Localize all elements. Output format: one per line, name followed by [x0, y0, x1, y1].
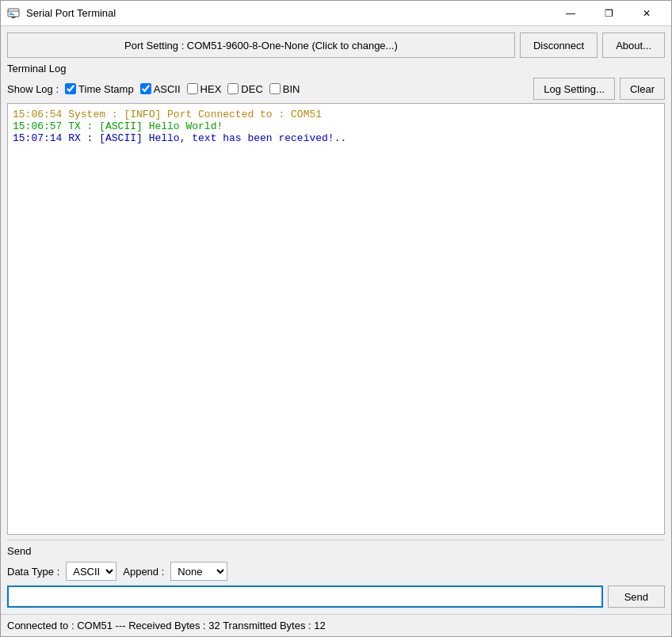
port-settings-row: Port Setting : COM51-9600-8-One-None (Cl…: [7, 32, 665, 58]
ascii-checkbox[interactable]: [140, 83, 151, 94]
status-text: Connected to : COM51 --- Received Bytes …: [7, 620, 326, 631]
main-content: Port Setting : COM51-9600-8-One-None (Cl…: [1, 26, 671, 614]
send-field-row: Send: [7, 586, 665, 608]
svg-rect-4: [12, 17, 15, 18]
disconnect-button[interactable]: Disconnect: [520, 32, 598, 58]
bin-label: BIN: [283, 83, 300, 95]
send-button[interactable]: Send: [608, 586, 665, 608]
terminal-section-label: Terminal Log: [7, 63, 665, 74]
log-controls-right: Log Setting... Clear: [533, 78, 665, 100]
svg-rect-3: [10, 14, 14, 15]
hex-checkbox-label[interactable]: HEX: [187, 83, 222, 95]
maximize-button[interactable]: ❐: [590, 2, 627, 25]
log-controls-row: Show Log : Time Stamp ASCII HEX: [7, 78, 665, 100]
data-type-select[interactable]: ASCII HEX DEC BIN: [66, 562, 116, 581]
hex-checkbox[interactable]: [187, 83, 198, 94]
bin-checkbox-label[interactable]: BIN: [269, 83, 300, 95]
svg-rect-2: [10, 13, 13, 13]
send-input[interactable]: [7, 586, 603, 608]
log-display: 15:06:54 System : [INFO] Port Connected …: [7, 103, 665, 535]
ascii-label: ASCII: [154, 83, 181, 95]
timestamp-checkbox-label[interactable]: Time Stamp: [65, 83, 134, 95]
send-section: Send Data Type : ASCII HEX DEC BIN Appen…: [7, 540, 665, 608]
port-setting-button[interactable]: Port Setting : COM51-9600-8-One-None (Cl…: [7, 32, 515, 58]
show-log-label: Show Log :: [7, 83, 59, 95]
svg-rect-5: [11, 17, 16, 17]
log-line: 15:07:14 RX : [ASCII] Hello, text has be…: [13, 132, 659, 144]
data-type-label: Data Type :: [7, 566, 59, 578]
minimize-button[interactable]: —: [552, 2, 589, 25]
title-controls: — ❐ ✕: [552, 2, 665, 25]
log-controls-left: Show Log : Time Stamp ASCII HEX: [7, 83, 530, 95]
bin-checkbox[interactable]: [269, 83, 281, 94]
timestamp-label: Time Stamp: [78, 83, 134, 95]
app-icon: [7, 7, 20, 20]
timestamp-checkbox[interactable]: [65, 83, 76, 94]
main-window: Serial Port Terminal — ❐ ✕ Port Setting …: [0, 0, 672, 637]
dec-checkbox-label[interactable]: DEC: [227, 83, 262, 95]
terminal-section: Terminal Log Show Log : Time Stamp ASCII: [7, 63, 665, 535]
close-button[interactable]: ✕: [628, 2, 665, 25]
hex-label: HEX: [200, 83, 222, 95]
log-setting-button[interactable]: Log Setting...: [533, 78, 615, 100]
status-bar: Connected to : COM51 --- Received Bytes …: [1, 614, 671, 636]
append-select[interactable]: None CR LF CR+LF: [170, 562, 227, 581]
clear-button[interactable]: Clear: [620, 78, 665, 100]
title-bar: Serial Port Terminal — ❐ ✕: [1, 1, 671, 26]
about-button[interactable]: About...: [602, 32, 665, 58]
dec-checkbox[interactable]: [227, 83, 239, 94]
send-section-label: Send: [7, 545, 665, 557]
dec-label: DEC: [241, 83, 262, 95]
send-controls-row: Data Type : ASCII HEX DEC BIN Append : N…: [7, 562, 665, 581]
window-title: Serial Port Terminal: [26, 7, 116, 19]
ascii-checkbox-label[interactable]: ASCII: [140, 83, 181, 95]
title-bar-left: Serial Port Terminal: [7, 7, 116, 20]
log-line: 15:06:54 System : [INFO] Port Connected …: [13, 109, 659, 120]
log-line: 15:06:57 TX : [ASCII] Hello World!: [13, 120, 659, 132]
append-label: Append :: [123, 566, 164, 578]
